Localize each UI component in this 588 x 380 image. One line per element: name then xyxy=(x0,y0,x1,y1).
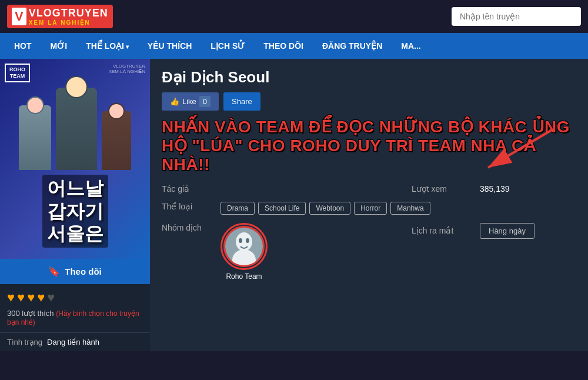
group-container: Roho Team xyxy=(220,223,268,281)
luot-xem-label: Lượt xem xyxy=(412,184,470,194)
status-label: Tình trạng xyxy=(7,338,42,346)
like-label: Like xyxy=(182,97,196,106)
group-item-roho: Roho Team xyxy=(220,223,268,281)
info-row-nhom-dich: Nhóm dịch xyxy=(162,223,576,281)
logo-v: V xyxy=(12,8,26,25)
rating-count: 300 lượt thích (Hãy bình chọn cho truyện… xyxy=(7,309,143,326)
nav-yeu-thich[interactable]: YÊU THÍCH xyxy=(138,33,201,59)
tag-webtoon[interactable]: Webtoon xyxy=(309,202,350,215)
logo-text: VLOGTRUYEN XEM LÀ NGHIỆN xyxy=(29,7,108,26)
logo[interactable]: V VLOGTRUYEN XEM LÀ NGHIỆN xyxy=(7,5,113,28)
logo-sub: XEM LÀ NGHIỆN xyxy=(29,19,108,26)
tag-manhwa[interactable]: Manhwa xyxy=(390,202,430,215)
nav-lich-su[interactable]: LỊCH SỬ xyxy=(201,33,254,59)
nav-the-loai[interactable]: THỂ LOẠI xyxy=(76,33,138,59)
info-table: Tác giả Lượt xem 385,139 Thể loại Drama … xyxy=(162,184,576,281)
like-count: 0 xyxy=(199,96,211,107)
heart-1[interactable]: ♥ xyxy=(7,290,15,305)
left-panel: ROHO TEAM VLOGTRUYENXEM LÀ NGHIỆN xyxy=(0,59,150,351)
follow-button[interactable]: 🔖 Theo dõi xyxy=(0,259,150,284)
luot-xem-value: 385,139 xyxy=(480,184,510,194)
heart-5-empty[interactable]: ♥ xyxy=(47,290,55,305)
nav-hot[interactable]: HOT xyxy=(5,33,41,59)
heart-4[interactable]: ♥ xyxy=(37,290,45,305)
tags-container: Drama School Life Webtoon Horror Manhwa xyxy=(220,202,430,215)
nhom-dich-label: Nhóm dịch xyxy=(162,223,220,232)
action-buttons: 👍 Like 0 Share xyxy=(162,92,576,111)
red-arrow-svg xyxy=(470,124,564,176)
badge-line1: ROHO xyxy=(9,66,25,73)
cover-badge: ROHO TEAM xyxy=(5,64,30,82)
like-icon: 👍 xyxy=(170,97,179,106)
search-input[interactable] xyxy=(452,7,581,26)
banner-area: NHẤN VÀO TEAM ĐỂ ĐỌC NHỮNG BỘ KHÁC ỦNG H… xyxy=(162,118,576,175)
svg-point-6 xyxy=(246,238,249,243)
the-loai-label: Thể loại xyxy=(162,202,220,211)
share-button[interactable]: Share xyxy=(223,92,260,111)
hearts-rating[interactable]: ♥ ♥ ♥ ♥ ♥ xyxy=(7,290,143,305)
main-content: ROHO TEAM VLOGTRUYENXEM LÀ NGHIỆN xyxy=(0,59,588,351)
logo-title: VLOGTRUYEN xyxy=(29,7,108,19)
manga-title: Đại Dịch Seoul xyxy=(162,68,576,86)
tac-gia-label: Tác giả xyxy=(162,184,220,194)
badge-line2: TEAM xyxy=(9,73,25,79)
bookmark-icon: 🔖 xyxy=(48,266,60,277)
cover-watermark: VLOGTRUYENXEM LÀ NGHIỆN xyxy=(109,64,145,74)
rating-area: ♥ ♥ ♥ ♥ ♥ 300 lượt thích (Hãy bình chọn … xyxy=(0,284,150,332)
rating-count-text: 300 lượt thích xyxy=(7,309,54,318)
cover-image: ROHO TEAM VLOGTRUYENXEM LÀ NGHIỆN xyxy=(0,59,150,259)
nav-theo-doi[interactable]: THEO DÕI xyxy=(254,33,313,59)
lich-ra-mat-container: Lịch ra mắt Hàng ngày xyxy=(412,223,576,239)
follow-label: Theo dõi xyxy=(65,266,102,276)
luot-xem-container: Lượt xem 385,139 xyxy=(412,184,576,194)
status-value: Đang tiến hành xyxy=(47,338,99,346)
svg-point-5 xyxy=(239,238,242,243)
lich-ra-mat-label: Lịch ra mắt xyxy=(412,226,470,235)
status-row: Tình trạng Đang tiến hành xyxy=(7,338,143,346)
like-button[interactable]: 👍 Like 0 xyxy=(162,92,219,111)
avatar-svg xyxy=(225,228,263,265)
logo-box: V VLOGTRUYEN XEM LÀ NGHIỆN xyxy=(7,5,113,28)
heart-3[interactable]: ♥ xyxy=(27,290,35,305)
heart-2[interactable]: ♥ xyxy=(17,290,25,305)
info-row-tac-gia: Tác giả Lượt xem 385,139 xyxy=(162,184,576,194)
tag-drama[interactable]: Drama xyxy=(220,202,255,215)
navigation: HOT MỚI THỂ LOẠI YÊU THÍCH LỊCH SỬ THEO … xyxy=(0,33,588,59)
manga-area: ROHO TEAM VLOGTRUYENXEM LÀ NGHIỆN xyxy=(0,59,588,351)
tag-school-life[interactable]: School Life xyxy=(258,202,306,215)
cover-placeholder: ROHO TEAM VLOGTRUYENXEM LÀ NGHIỆN xyxy=(0,59,150,259)
status-area: Tình trạng Đang tiến hành xyxy=(0,332,150,351)
right-panel: Đại Dịch Seoul 👍 Like 0 Share NHẤN VÀO T… xyxy=(150,59,588,351)
nav-ma[interactable]: MA... xyxy=(392,33,430,59)
group-avatar[interactable] xyxy=(223,226,265,267)
nav-dang-truyen[interactable]: ĐĂNG TRUYỆN xyxy=(313,33,392,59)
group-name: Roho Team xyxy=(226,272,262,281)
daily-button[interactable]: Hàng ngày xyxy=(480,223,534,239)
info-row-the-loai: Thể loại Drama School Life Webtoon Horro… xyxy=(162,202,576,215)
group-circle-border xyxy=(220,223,268,270)
tag-horror[interactable]: Horror xyxy=(354,202,387,215)
svg-line-1 xyxy=(488,129,553,168)
cover-text-kr: 어느날갑자기서울은 xyxy=(47,177,103,245)
nav-moi[interactable]: MỚI xyxy=(41,33,77,59)
header: V VLOGTRUYEN XEM LÀ NGHIỆN xyxy=(0,0,588,33)
